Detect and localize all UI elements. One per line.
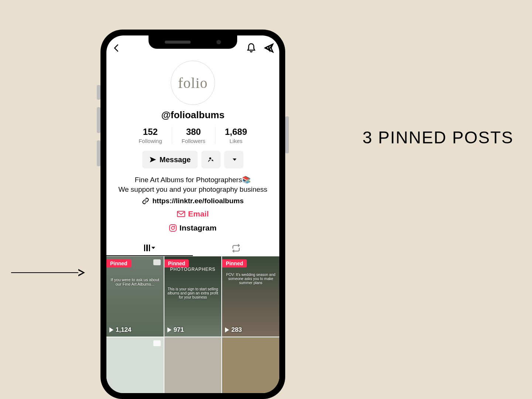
post-caption: POV: It's wedding season and someone ask… (224, 273, 277, 285)
profile-handle: @folioalbums (161, 109, 224, 121)
view-count: 283 (231, 326, 242, 334)
stat-likes[interactable]: 1,689 Likes (215, 127, 257, 144)
likes-label: Likes (225, 138, 247, 144)
pinned-badge: Pinned (164, 259, 189, 267)
tab-posts[interactable] (106, 241, 193, 256)
instagram-label: Instagram (180, 224, 216, 232)
posts-grid: Pinned If you were to ask us about our F… (106, 256, 279, 393)
send-icon (149, 156, 157, 163)
screen: folio @folioalbums 152 Following 380 Fol… (106, 35, 279, 393)
chevron-down-icon (233, 158, 236, 161)
post-caption: If you were to ask us about our Fine Art… (109, 277, 161, 286)
following-count: 152 (139, 127, 162, 137)
post-title: PHOTOGRAPHERS (164, 267, 222, 272)
svg-point-0 (209, 157, 211, 159)
followers-count: 380 (182, 127, 205, 137)
link-icon (142, 197, 149, 205)
svg-rect-1 (177, 211, 185, 217)
play-icon (167, 327, 171, 332)
multi-image-icon (153, 340, 161, 346)
view-count: 971 (174, 326, 184, 334)
repost-icon (231, 243, 241, 253)
post-thumbnail[interactable] (106, 337, 164, 393)
followers-label: Followers (182, 138, 205, 144)
post-thumbnail[interactable] (164, 337, 222, 393)
avatar-logo-text: folio (178, 74, 208, 92)
post-caption: This is your sign to start selling album… (167, 287, 219, 299)
back-button[interactable] (112, 43, 122, 55)
play-icon (225, 327, 229, 332)
instagram-link[interactable]: Instagram (169, 224, 216, 232)
message-button[interactable]: Message (142, 151, 198, 168)
message-label: Message (160, 156, 191, 164)
chevron-down-icon (151, 247, 155, 249)
email-label: Email (188, 209, 209, 218)
feed-icon (144, 245, 150, 251)
add-friend-button[interactable] (201, 151, 221, 168)
stat-following[interactable]: 152 Following (129, 127, 171, 144)
share-icon[interactable] (264, 43, 274, 55)
annotation-title: 3 PINNED POSTS (362, 127, 514, 147)
post-thumbnail[interactable] (222, 337, 279, 393)
instagram-icon (169, 224, 177, 232)
view-count: 1,124 (116, 326, 132, 334)
play-icon (109, 327, 113, 332)
person-swap-icon (208, 156, 214, 164)
pinned-badge: Pinned (222, 259, 247, 267)
multi-image-icon (153, 259, 161, 265)
notifications-icon[interactable] (246, 43, 256, 55)
stat-followers[interactable]: 380 Followers (172, 127, 215, 144)
link-text: https://linktr.ee/folioalbums (152, 197, 243, 205)
post-thumbnail[interactable]: Pinned If you were to ask us about our F… (106, 256, 164, 337)
profile-link[interactable]: https://linktr.ee/folioalbums (142, 197, 243, 205)
email-icon (177, 211, 185, 217)
arrow-right-icon (11, 269, 85, 276)
email-link[interactable]: Email (177, 209, 209, 218)
phone-mockup: folio @folioalbums 152 Following 380 Fol… (100, 30, 285, 399)
pinned-badge: Pinned (106, 259, 131, 267)
post-thumbnail[interactable]: Pinned PHOTOGRAPHERS This is your sign t… (164, 256, 222, 337)
bio-line-2: We support you and your photography busi… (118, 185, 267, 194)
tab-reposts[interactable] (193, 241, 279, 256)
likes-count: 1,689 (225, 127, 247, 137)
bio-line-1: Fine Art Albums for Photographers📚 (118, 175, 267, 185)
more-dropdown-button[interactable] (224, 151, 243, 168)
post-thumbnail[interactable]: Pinned POV: It's wedding season and some… (222, 256, 279, 337)
following-label: Following (139, 138, 162, 144)
avatar[interactable]: folio (171, 61, 215, 105)
